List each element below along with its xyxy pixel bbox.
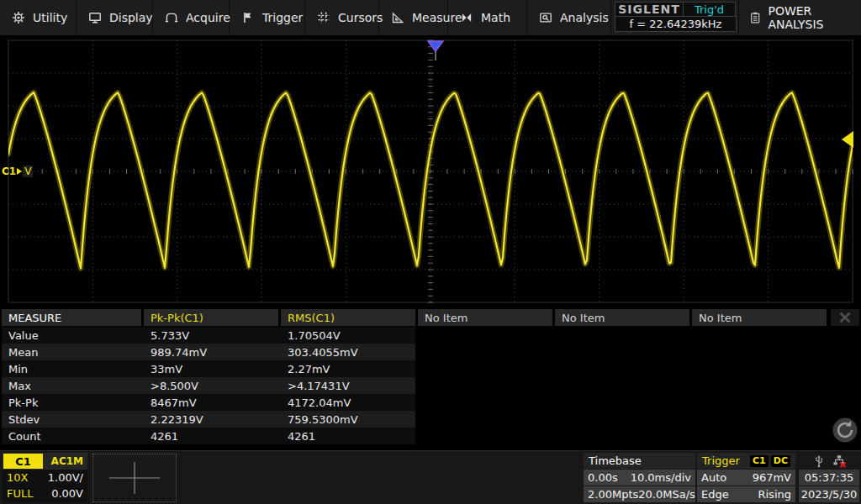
measure-slot-4[interactable]: No Item <box>555 309 689 326</box>
trigger-box[interactable]: Trigger C1 DC Auto 967mV Edge Rising <box>697 453 795 502</box>
table-row: Count42614261 <box>2 428 415 444</box>
channel1-marker-unit: V <box>23 165 33 177</box>
trigger-type: Edge <box>701 488 729 501</box>
measure-slot-2[interactable]: RMS(C1) <box>281 309 415 326</box>
channel1-offset-arrow-icon <box>17 168 22 175</box>
channel1-scale: 1.00V/ <box>48 471 83 484</box>
channel1-offset-marker[interactable]: C1 V <box>2 165 33 178</box>
empty-channel-slot <box>92 454 177 502</box>
menu-item-label: Cursors <box>338 11 383 24</box>
trigger-title: Trigger <box>702 454 740 467</box>
gear-icon <box>12 11 25 24</box>
channel1-coupling: AC1M <box>51 455 87 467</box>
ruler-triangle-icon <box>391 11 404 24</box>
timebase-box[interactable]: Timebase 0.00s 10.0ms/div 2.00Mpts 20.0M… <box>584 453 695 502</box>
menu-item-acquire[interactable]: Acquire <box>153 0 230 35</box>
crosshair-icon <box>94 456 175 500</box>
channel1-descriptor-box[interactable]: C1 AC1M 10X 1.00V/ FULL 0.00V <box>3 453 87 502</box>
measure-panel: MEASURE Pk-Pk(C1) RMS(C1) No Item No Ite… <box>0 309 861 447</box>
measure-statistics-table: Value5.733V1.70504V Mean989.74mV303.4055… <box>2 327 415 444</box>
cursors-icon <box>317 11 330 24</box>
measure-panel-close-button[interactable] <box>831 309 859 326</box>
menu-item-label: Analysis <box>560 11 609 24</box>
trigger-position-marker[interactable] <box>428 41 443 51</box>
measure-slot-1[interactable]: Pk-Pk(C1) <box>144 309 278 326</box>
timebase-memory-depth: 2.00Mpts <box>588 488 638 501</box>
lan-disconnected-icon <box>832 454 846 468</box>
timebase-delay: 0.00s <box>588 471 618 484</box>
waveform-display-area[interactable]: C1 V <box>0 35 861 309</box>
trigger-slope: Rising <box>758 488 791 501</box>
trigger-source-badge: C1 <box>750 455 769 467</box>
trigger-level-marker[interactable] <box>842 131 853 148</box>
trigger-mode: Auto <box>701 471 726 484</box>
menu-item-label: Acquire <box>186 11 230 24</box>
channel1-probe: 10X <box>7 471 28 484</box>
timebase-scale: 10.0ms/div <box>631 471 691 484</box>
frequency-readout: f = 22.64239kHz <box>615 16 737 32</box>
scope-graticule-svg <box>0 35 861 309</box>
measure-slot-5[interactable]: No Item <box>692 309 827 326</box>
clipboard-icon <box>749 11 761 24</box>
graticule-grid <box>8 40 853 302</box>
menu-item-math[interactable]: Math <box>448 0 527 35</box>
table-row: Pk-Pk8467mV4172.04mV <box>2 394 415 411</box>
math-bowtie-icon <box>460 11 473 24</box>
menu-bar: Utility Display Acquire Trigger <box>0 0 861 35</box>
menu-item-cursors[interactable]: Cursors <box>305 0 379 35</box>
table-row: Max>8.500V>4.17431V <box>2 377 415 394</box>
menu-item-analysis[interactable]: Analysis <box>527 0 611 35</box>
refresh-icon <box>832 417 858 444</box>
menu-item-power-analysis[interactable]: POWER ANALYSIS <box>738 0 861 35</box>
menu-item-measure[interactable]: Measure <box>379 0 448 35</box>
trigger-level: 967mV <box>753 471 791 484</box>
menu-item-label: Utility <box>33 11 67 24</box>
system-status-box: 05:37:35 2023/5/30 <box>799 453 859 502</box>
brand-status-box: SIGLENT Trig'd f = 22.64239kHz <box>615 2 737 34</box>
close-icon <box>838 311 852 324</box>
analysis-magnifier-icon <box>539 11 552 24</box>
trigger-status-badge: Trig'd <box>683 2 736 17</box>
timebase-title: Timebase <box>584 453 695 469</box>
clock-date: 2023/5/30 <box>799 486 859 502</box>
menu-item-label: Trigger <box>262 11 303 24</box>
table-row: Stdev2.22319V759.5300mV <box>2 411 415 428</box>
menu-item-label: Math <box>481 11 510 24</box>
channel1-marker-label: C1 <box>2 165 16 177</box>
channel1-offset: 0.00V <box>51 487 83 500</box>
menu-item-display[interactable]: Display <box>77 0 153 35</box>
measure-panel-title: MEASURE <box>2 309 141 326</box>
menu-item-trigger[interactable]: Trigger <box>230 0 305 35</box>
acquire-icon <box>165 11 178 24</box>
clock-time: 05:37:35 <box>799 470 859 486</box>
table-row: Value5.733V1.70504V <box>2 327 415 344</box>
bottom-status-bar: C1 AC1M 10X 1.00V/ FULL 0.00V Timebase 0… <box>0 450 861 504</box>
measure-slot-3[interactable]: No Item <box>418 309 552 326</box>
usb-icon <box>813 454 825 468</box>
trigger-coupling-badge: DC <box>771 455 790 467</box>
table-row: Mean989.74mV303.4055mV <box>2 344 415 360</box>
menu-item-label: Display <box>109 11 153 24</box>
monitor-icon <box>88 11 102 24</box>
menu-item-utility[interactable]: Utility <box>0 0 77 35</box>
measure-header-row: MEASURE Pk-Pk(C1) RMS(C1) No Item No Ite… <box>2 309 861 326</box>
channel1-name-badge: C1 <box>3 454 43 469</box>
timebase-sample-rate: 20.0MSa/s <box>638 488 695 501</box>
power-analysis-label: POWER ANALYSIS <box>768 4 861 31</box>
reset-statistics-button[interactable] <box>831 416 859 444</box>
flag-icon <box>241 11 255 24</box>
table-row: Min33mV2.27mV <box>2 360 415 377</box>
oscilloscope-screen: Utility Display Acquire Trigger <box>0 0 861 504</box>
brand-logo: SIGLENT <box>615 2 684 17</box>
channel1-bandwidth: FULL <box>7 487 33 500</box>
